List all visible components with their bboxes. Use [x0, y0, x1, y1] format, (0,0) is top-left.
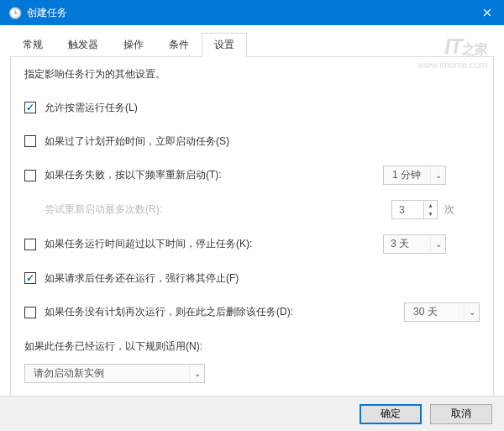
restart-on-fail-checkbox[interactable]: [24, 170, 36, 181]
restart-attempts-label: 尝试重新启动最多次数(R):: [45, 202, 162, 217]
settings-description: 指定影响任务行为的其他设置。: [24, 67, 480, 81]
dialog-footer: 确定 取消: [0, 396, 504, 431]
tab-conditions[interactable]: 条件: [156, 33, 202, 57]
settings-panel: 指定影响任务行为的其他设置。 允许按需运行任务(L) 如果过了计划开始时间，立即…: [10, 57, 494, 402]
run-asap-checkbox[interactable]: [24, 135, 36, 147]
spinner-down-icon[interactable]: ▼: [424, 210, 437, 218]
spinner-up-icon[interactable]: ▲: [424, 202, 437, 210]
close-button[interactable]: [470, 0, 504, 25]
tab-strip: 常规 触发器 操作 条件 设置: [10, 32, 494, 57]
force-stop-label: 如果请求后任务还在运行，强行将其停止(F): [45, 271, 239, 286]
tab-general[interactable]: 常规: [10, 33, 55, 57]
tab-triggers[interactable]: 触发器: [55, 33, 111, 57]
force-stop-checkbox[interactable]: [24, 272, 36, 284]
stop-if-long-checkbox[interactable]: [24, 239, 36, 250]
cancel-button[interactable]: 取消: [430, 404, 492, 424]
delete-after-combo[interactable]: 30 天 ⌄: [404, 302, 480, 322]
restart-attempts-suffix: 次: [444, 202, 454, 217]
already-running-combo[interactable]: 请勿启动新实例 ⌄: [24, 364, 205, 383]
close-icon: [483, 8, 491, 17]
delete-after-checkbox[interactable]: [24, 307, 36, 318]
chevron-down-icon: ⌄: [430, 235, 445, 253]
restart-on-fail-label: 如果任务失败，按以下频率重新启动(T):: [45, 168, 222, 182]
restart-attempts-spinner[interactable]: 3 ▲▼: [391, 200, 438, 219]
stop-duration-combo[interactable]: 3 天 ⌄: [383, 234, 446, 254]
tab-settings[interactable]: 设置: [202, 33, 247, 57]
chevron-down-icon: ⌄: [464, 303, 479, 321]
tab-actions[interactable]: 操作: [111, 33, 156, 57]
run-asap-label: 如果过了计划开始时间，立即启动任务(S): [45, 134, 229, 149]
chevron-down-icon: ⌄: [430, 166, 445, 184]
stop-if-long-label: 如果任务运行时间超过以下时间，停止任务(K):: [45, 237, 252, 251]
allow-on-demand-checkbox[interactable]: [24, 102, 36, 113]
already-running-label: 如果此任务已经运行，以下规则适用(N):: [24, 339, 202, 354]
clock-icon: 🕒: [8, 7, 22, 19]
window-title: 创建任务: [27, 6, 67, 20]
titlebar: 🕒 创建任务: [0, 0, 504, 25]
restart-interval-combo[interactable]: 1 分钟 ⌄: [383, 166, 446, 185]
delete-after-label: 如果任务没有计划再次运行，则在此之后删除该任务(D):: [45, 305, 293, 319]
allow-on-demand-label: 允许按需运行任务(L): [45, 101, 138, 115]
chevron-down-icon: ⌄: [189, 365, 204, 382]
ok-button[interactable]: 确定: [360, 404, 422, 424]
